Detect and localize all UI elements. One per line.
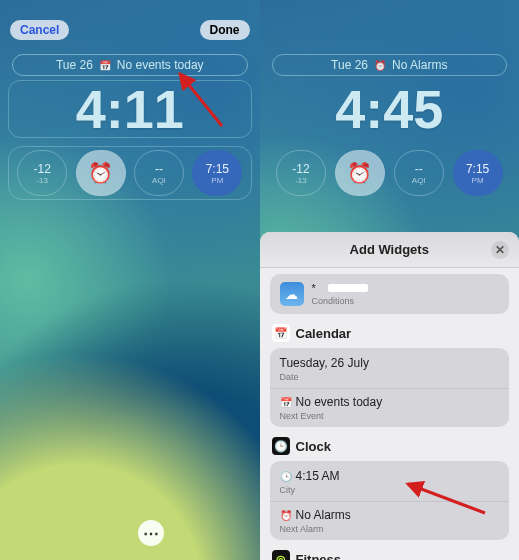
weather-app-icon: ☁	[280, 282, 304, 306]
date-text: Tue 26	[331, 58, 368, 72]
widget-row[interactable]: -12 -13 ⏰ -- AQI 7:15 PM	[8, 146, 252, 200]
world-time: 7:15	[466, 162, 489, 176]
row-sub: Next Alarm	[280, 524, 500, 534]
weather-temp: *	[312, 282, 316, 294]
weather-hi: -12	[292, 162, 309, 176]
row-sub: Next Event	[280, 411, 500, 421]
add-widgets-sheet: Add Widgets ✕ ☁ * Conditions 📅CalendarTu…	[260, 232, 520, 560]
world-clock-widget[interactable]: 7:15 PM	[192, 150, 242, 196]
alarm-status-text: No Alarms	[392, 58, 447, 72]
date-widget[interactable]: Tue 26 ⏰ No Alarms	[272, 54, 508, 76]
clock-time: 4:45	[335, 82, 443, 136]
widget-row[interactable]: 🕒4:15 AM	[280, 469, 500, 483]
world-clock-widget[interactable]: 7:15 PM	[453, 150, 503, 196]
row-main: No Alarms	[296, 508, 351, 522]
weather-widget[interactable]: -12 -13	[276, 150, 326, 196]
weather-lo: -13	[295, 176, 307, 185]
aqi-label: AQI	[152, 176, 166, 185]
section-header-calendar[interactable]: 📅Calendar	[272, 324, 508, 342]
weather-hi: -12	[34, 162, 51, 176]
clock-widget[interactable]: 4:45	[268, 80, 512, 138]
widget-row[interactable]: 📅No events today	[280, 395, 500, 409]
lockscreen-editor-right: Tue 26 ⏰ No Alarms 4:45 -12 -13 ⏰ -- AQI…	[260, 0, 520, 560]
weather-widget[interactable]: -12 -13	[17, 150, 67, 196]
row-sub: Date	[280, 372, 500, 382]
close-button[interactable]: ✕	[491, 241, 509, 259]
calendar-icon: 📅	[99, 60, 111, 71]
date-text: Tue 26	[56, 58, 93, 72]
weather-label: Conditions	[312, 296, 368, 306]
aqi-label: AQI	[412, 176, 426, 185]
clock-time: 4:11	[76, 82, 184, 136]
weather-bar	[328, 284, 368, 292]
row-icon: 🕒	[280, 471, 292, 482]
section-header-fitness[interactable]: ◎Fitness	[272, 550, 508, 560]
clock-widget[interactable]: 4:11	[8, 80, 252, 138]
world-time: 7:15	[206, 162, 229, 176]
app-icon: 📅	[272, 324, 290, 342]
section-name: Calendar	[296, 326, 352, 341]
section-header-clock[interactable]: 🕒Clock	[272, 437, 508, 455]
date-widget[interactable]: Tue 26 📅 No events today	[12, 54, 248, 76]
more-button[interactable]: ⋯	[138, 520, 164, 546]
world-ampm: PM	[472, 176, 484, 185]
alarm-widget[interactable]: ⏰	[76, 150, 126, 196]
aqi-value: --	[415, 162, 423, 176]
calendar-event-text: No events today	[117, 58, 204, 72]
alarm-widget[interactable]: ⏰	[335, 150, 385, 196]
world-ampm: PM	[211, 176, 223, 185]
alarm-icon: ⏰	[88, 161, 113, 185]
weather-lo: -13	[36, 176, 48, 185]
widget-row[interactable]: ⏰No Alarms	[280, 508, 500, 522]
row-sub: City	[280, 485, 500, 495]
row-icon: ⏰	[280, 510, 292, 521]
lockscreen-editor-left: Cancel Done Tue 26 📅 No events today 4:1…	[0, 0, 260, 560]
app-icon: ◎	[272, 550, 290, 560]
row-main: No events today	[296, 395, 383, 409]
app-icon: 🕒	[272, 437, 290, 455]
section-name: Clock	[296, 439, 331, 454]
alarm-icon: ⏰	[374, 60, 386, 71]
sheet-body[interactable]: ☁ * Conditions 📅CalendarTuesday, 26 July…	[260, 268, 520, 560]
done-button[interactable]: Done	[200, 20, 250, 40]
row-main: 4:15 AM	[296, 469, 340, 483]
aqi-widget[interactable]: -- AQI	[134, 150, 184, 196]
widget-preview-clock[interactable]: 🕒4:15 AMCity⏰No AlarmsNext Alarm	[270, 461, 510, 540]
sheet-header: Add Widgets ✕	[260, 232, 520, 268]
widget-preview-calendar[interactable]: Tuesday, 26 JulyDate📅No events todayNext…	[270, 348, 510, 427]
widget-row[interactable]: Tuesday, 26 July	[280, 356, 500, 370]
aqi-value: --	[155, 162, 163, 176]
close-icon: ✕	[495, 243, 505, 257]
aqi-widget[interactable]: -- AQI	[394, 150, 444, 196]
sheet-title: Add Widgets	[350, 242, 429, 257]
section-name: Fitness	[296, 552, 342, 561]
alarm-icon: ⏰	[347, 161, 372, 185]
row-main: Tuesday, 26 July	[280, 356, 369, 370]
weather-app-row[interactable]: ☁ * Conditions	[270, 274, 510, 314]
row-icon: 📅	[280, 397, 292, 408]
widget-row[interactable]: -12 -13 ⏰ -- AQI 7:15 PM	[268, 146, 512, 200]
cancel-button[interactable]: Cancel	[10, 20, 69, 40]
